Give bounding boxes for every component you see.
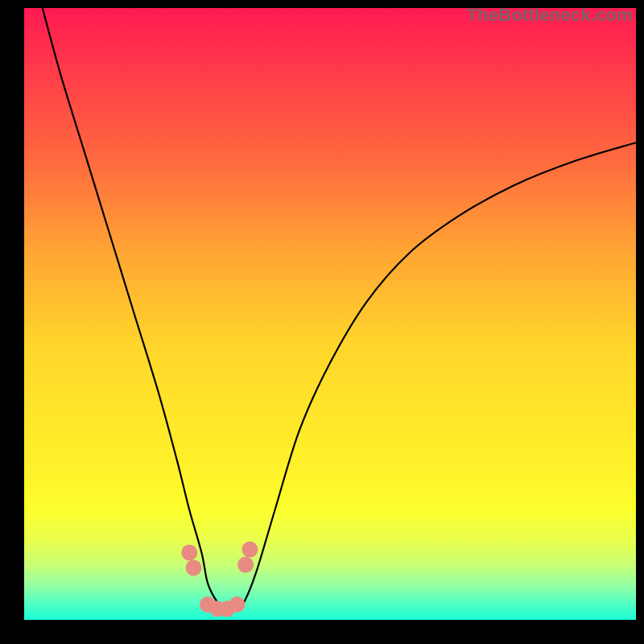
bottleneck-curve <box>43 8 636 612</box>
chart-svg <box>24 8 636 620</box>
marker-dot <box>186 559 202 576</box>
watermark-text: TheBottleneck.com <box>467 5 633 26</box>
plot-area <box>24 8 636 620</box>
marker-dot <box>181 544 197 560</box>
marker-dot <box>242 542 258 558</box>
marker-dot <box>229 597 245 613</box>
marker-dot <box>237 557 254 573</box>
